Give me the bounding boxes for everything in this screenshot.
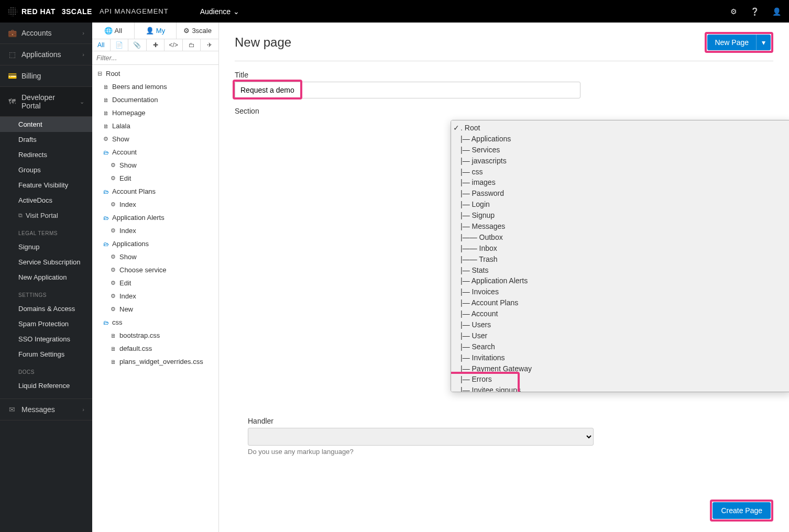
tree-node[interactable]: 🗎Beers and lemons — [92, 80, 218, 93]
filter-attachment-icon[interactable]: 📎 — [128, 39, 147, 51]
sidebar-item-new-application[interactable]: New Application — [0, 270, 92, 285]
audience-dropdown[interactable]: Audience ⌄ — [200, 7, 239, 16]
help-icon[interactable]: ❔ — [750, 7, 759, 16]
nav-accounts[interactable]: 💼Accounts› — [0, 23, 92, 44]
section-option[interactable]: |— css — [451, 167, 789, 178]
sidebar-item-signup[interactable]: Signup — [0, 239, 92, 254]
tree-node[interactable]: 🗎plans_widget_overrides.css — [92, 355, 218, 368]
filter-folder-icon[interactable]: 🗀 — [183, 39, 201, 51]
sidebar-item-drafts[interactable]: Drafts — [0, 132, 92, 147]
filter-code-icon[interactable]: </> — [165, 39, 183, 51]
section-option[interactable]: |— Services — [451, 145, 789, 156]
section-option[interactable]: |— Login — [451, 199, 789, 210]
user-icon[interactable]: 👤 — [772, 7, 781, 16]
tree-node[interactable]: ⚙Show — [92, 132, 218, 146]
tab-3scale[interactable]: ⚙3scale — [177, 23, 218, 39]
nav-applications[interactable]: ⬚Applications› — [0, 44, 92, 65]
section-option[interactable]: |—— Inbox — [451, 243, 789, 254]
filter-puzzle-icon[interactable]: ✚ — [147, 39, 165, 51]
tree-node[interactable]: 🗁Account Plans — [92, 185, 218, 198]
nav-messages[interactable]: ✉Messages› — [0, 398, 92, 420]
tree-label: Documentation — [112, 96, 158, 104]
title-label: Title — [235, 71, 773, 79]
section-option[interactable]: |— Password — [451, 188, 789, 199]
tree-node[interactable]: ⚙Show — [92, 159, 218, 172]
section-option[interactable]: |— Users — [451, 319, 789, 330]
section-option[interactable]: |— javascripts — [451, 156, 789, 167]
filter-all-btn[interactable]: All — [92, 39, 111, 51]
tree-node[interactable]: ⚙Index — [92, 224, 218, 237]
tree-node[interactable]: ⚙Edit — [92, 172, 218, 185]
page-title: New page — [235, 35, 291, 50]
tree-node[interactable]: 🗁Account — [92, 146, 218, 159]
sidebar-item-redirects[interactable]: Redirects — [0, 147, 92, 162]
tree-filter-input[interactable] — [92, 51, 218, 65]
tree-node[interactable]: ⊟Root — [92, 67, 218, 80]
tree-label: css — [112, 318, 123, 326]
tree-node[interactable]: 🗎Lalala — [92, 119, 218, 132]
globe-icon: 🌐 — [104, 27, 113, 35]
section-option[interactable]: |— Invitations — [451, 352, 789, 363]
tree-node[interactable]: 🗎default.css — [92, 342, 218, 355]
title-input[interactable] — [235, 82, 580, 98]
section-option[interactable]: |— Account Plans — [451, 297, 789, 308]
gear-icon: ⚙ — [110, 175, 116, 182]
tab-all[interactable]: 🌐All — [92, 23, 135, 39]
file-icon: 🗎 — [103, 84, 109, 90]
sidebar-item-sso-integrations[interactable]: SSO Integrations — [0, 331, 92, 347]
tree-node[interactable]: ⚙Index — [92, 290, 218, 303]
tree-node[interactable]: ⚙New — [92, 303, 218, 316]
tree-node[interactable]: 🗎bootstrap.css — [92, 329, 218, 342]
sidebar-item-spam-protection[interactable]: Spam Protection — [0, 316, 92, 331]
visit-portal-link[interactable]: ⧉Visit Portal — [0, 208, 92, 223]
highlight-newpage: New Page ▾ — [705, 32, 773, 53]
sidebar-item-groups[interactable]: Groups — [0, 162, 92, 178]
gear-icon[interactable]: ⚙ — [730, 7, 737, 16]
tree-node[interactable]: 🗁Application Alerts — [92, 211, 218, 224]
nav-devportal[interactable]: 🗺Developer Portal⌄ — [0, 87, 92, 117]
tab-my[interactable]: 👤My — [135, 23, 177, 39]
tree-node[interactable]: 🗎Homepage — [92, 106, 218, 119]
section-option[interactable]: . Root — [451, 123, 789, 134]
section-option[interactable]: |— Invitee signups — [451, 385, 789, 392]
section-option[interactable]: |— Application Alerts — [451, 275, 789, 286]
section-option[interactable]: |— Account — [451, 308, 789, 319]
section-option[interactable]: |— Stats — [451, 265, 789, 276]
section-option[interactable]: |— Applications — [451, 134, 789, 145]
sidebar-item-content[interactable]: Content — [0, 117, 92, 132]
section-option[interactable]: |— User — [451, 330, 789, 341]
sidebar-item-forum-settings[interactable]: Forum Settings — [0, 347, 92, 362]
tree-node[interactable]: ⚙Choose service — [92, 263, 218, 276]
sidebar-item-liquid-reference[interactable]: Liquid Reference — [0, 378, 92, 393]
tree-label: bootstrap.css — [119, 331, 160, 339]
tree-node[interactable]: 🗁Applications — [92, 237, 218, 250]
tree-node[interactable]: ⚙Show — [92, 250, 218, 263]
tree-node[interactable]: ⚙Edit — [92, 276, 218, 290]
handler-select[interactable] — [248, 428, 594, 446]
sidebar-item-service-subscription[interactable]: Service Subscription — [0, 254, 92, 270]
filter-page-icon[interactable]: 📄 — [111, 39, 129, 51]
sidebar-item-activedocs[interactable]: ActiveDocs — [0, 193, 92, 208]
tree-node[interactable]: ⚙Index — [92, 198, 218, 211]
tree-node[interactable]: 🗎Documentation — [92, 93, 218, 106]
create-page-button[interactable]: Create Page — [713, 502, 771, 519]
section-option[interactable]: |— Search — [451, 341, 789, 352]
section-option[interactable]: |— Payment Gateway — [451, 363, 789, 374]
sidebar-item-feature-visibility[interactable]: Feature Visibility — [0, 178, 92, 193]
section-option[interactable]: |—— Trash — [451, 254, 789, 265]
nav-billing[interactable]: 💳Billing — [0, 65, 92, 87]
tab-label: All — [115, 27, 122, 35]
new-page-button[interactable]: New Page — [707, 35, 756, 50]
filter-pin-icon[interactable]: ✈ — [201, 39, 218, 51]
section-option[interactable]: |— images — [451, 177, 789, 188]
new-page-caret[interactable]: ▾ — [756, 35, 771, 50]
section-option[interactable]: |— Signup — [451, 210, 789, 221]
section-option[interactable]: |—— Outbox — [451, 232, 789, 243]
section-option[interactable]: |— Invoices — [451, 286, 789, 297]
tree-node[interactable]: 🗁css — [92, 316, 218, 329]
section-option[interactable]: |— Messages — [451, 221, 789, 232]
sidebar-item-domains-&-access[interactable]: Domains & Access — [0, 301, 92, 316]
tree-label: Beers and lemons — [112, 83, 167, 91]
folder-icon: 🗁 — [103, 215, 109, 221]
section-option[interactable]: |— Errors — [451, 374, 789, 385]
